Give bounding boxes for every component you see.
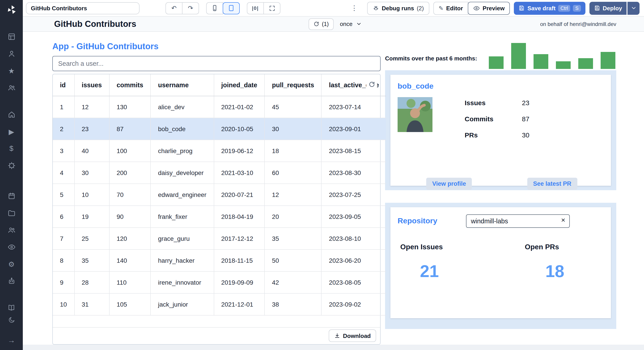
column-header-issues[interactable]: issues [74, 74, 109, 96]
preview-button[interactable]: Preview [468, 2, 510, 15]
open-issues-stat: Open Issues 21 [398, 243, 501, 280]
refresh-button[interactable]: (1) [308, 18, 334, 30]
table-cell: 10 [53, 293, 74, 315]
table-row[interactable]: 112130alice_dev2021-01-02452023-07-14 [53, 96, 386, 118]
table-cell: 2020-10-05 [214, 118, 264, 140]
column-header-pull_requests[interactable]: pull_requests [264, 74, 322, 96]
editor-button[interactable]: ✎ Editor [433, 2, 468, 15]
open-prs-value: 18 [546, 263, 564, 280]
table-cell: 3 [53, 140, 74, 162]
refresh-icon [368, 81, 375, 88]
bug-icon [372, 5, 379, 12]
redo-button[interactable]: ↷ [182, 2, 199, 14]
table-row[interactable]: 835140harry_hacker2018-11-15502023-06-20 [53, 249, 386, 271]
play-icon[interactable]: ▶ [4, 123, 19, 140]
commit-bar [534, 54, 548, 69]
wheel-icon[interactable] [4, 157, 19, 174]
user-icon[interactable] [4, 45, 19, 62]
dollar-icon[interactable]: $ [4, 140, 19, 157]
see-latest-pr-button[interactable]: See latest PR [527, 178, 577, 190]
column-header-joined_date[interactable]: joined_date [214, 74, 264, 96]
table-row[interactable]: 430200daisy_developer2021-03-10602023-08… [53, 162, 386, 183]
table-cell: 2 [53, 118, 74, 140]
save-draft-button[interactable]: Save draft CtrlS [514, 2, 586, 15]
table-cell: 30 [264, 118, 322, 140]
docs-icon[interactable] [4, 302, 19, 314]
clear-icon[interactable]: × [561, 216, 565, 224]
app-title: App - GitHub Contributors [52, 42, 380, 52]
robot-icon[interactable] [4, 273, 19, 289]
user-card-body: Issues 23 Commits 87 PRs 30 [398, 97, 604, 147]
chevron-down-icon [630, 5, 636, 11]
table-cell: jack_junior [151, 293, 214, 315]
calendar-icon[interactable] [4, 188, 19, 205]
repository-input[interactable] [466, 214, 570, 228]
table-cell: 110 [109, 271, 150, 293]
team-icon[interactable] [4, 222, 19, 239]
table-row[interactable]: 928110irene_innovator2019-09-09422023-08… [53, 271, 386, 293]
app-name-input[interactable] [26, 2, 140, 14]
table-cell: alice_dev [151, 96, 214, 118]
table-row[interactable]: 340100charlie_prog2019-06-12182023-08-15 [53, 140, 386, 162]
table-row[interactable]: 1031105jack_junior2021-12-01382023-09-02 [53, 293, 386, 315]
table-cell: daisy_developer [151, 162, 214, 183]
avatar-photo [398, 97, 432, 132]
collapse-arrow-icon[interactable]: → [4, 334, 19, 347]
table-cell: 45 [264, 96, 322, 118]
table-row[interactable]: 725120grace_guru2017-12-12352023-08-10 [53, 227, 386, 249]
table-cell: 2021-03-10 [214, 162, 264, 183]
table-row[interactable]: 22387bob_code2020-10-05302023-09-01 [53, 118, 386, 140]
topbar: ↶ ↷ |0| ⋮ Debug runs (2) [23, 0, 644, 17]
kebab-menu[interactable]: ⋮ [346, 4, 363, 12]
stat-value: 23 [522, 99, 529, 107]
deploy-button[interactable]: Deploy [589, 2, 626, 15]
repository-title: Repository [398, 217, 438, 226]
column-header-id[interactable]: id [53, 74, 74, 96]
users-icon[interactable] [4, 79, 19, 96]
table-cell: 2023-09-05 [322, 205, 386, 227]
column-header-username[interactable]: username [151, 74, 214, 96]
schedule-select[interactable]: once [340, 21, 362, 27]
grid-icon[interactable] [4, 28, 19, 45]
search-input[interactable] [52, 56, 380, 71]
eye-icon [473, 5, 480, 12]
table-cell: 50 [264, 249, 322, 271]
commit-bar [511, 43, 526, 69]
table-cell: 12 [264, 183, 322, 205]
on-behalf-text: on behalf of henri@windmill.dev [362, 21, 616, 27]
table-cell: 7 [53, 227, 74, 249]
column-header-commits[interactable]: commits [109, 74, 150, 96]
undo-button[interactable]: ↶ [166, 2, 182, 14]
moon-icon[interactable] [4, 314, 19, 326]
debug-runs-button[interactable]: Debug runs (2) [367, 2, 429, 15]
table-cell: 87 [109, 118, 150, 140]
table-cell: 42 [264, 271, 322, 293]
windmill-logo[interactable] [5, 3, 18, 17]
open-prs-label: Open PRs [525, 243, 604, 251]
fullscreen-button[interactable] [264, 2, 280, 14]
table-row[interactable]: 61990frank_fixer2018-04-19202023-09-05 [53, 205, 386, 227]
commit-bar [600, 52, 616, 69]
table-cell: 5 [53, 183, 74, 205]
stat-commits: Commits 87 [465, 115, 529, 123]
mobile-view-button[interactable] [206, 2, 223, 14]
view-profile-button[interactable]: View profile [426, 178, 472, 190]
gear-icon[interactable]: ⚙ [4, 256, 19, 273]
download-button[interactable]: Download [329, 329, 376, 342]
page-title: GitHub Contributors [54, 19, 308, 29]
table-cell: 30 [74, 162, 109, 183]
table-row[interactable]: 51070edward_engineer2020-07-21122023-07-… [53, 183, 386, 205]
star-icon[interactable]: ★ [4, 62, 19, 79]
desktop-view-button[interactable] [223, 2, 240, 14]
deploy-dropdown-button[interactable] [628, 2, 640, 15]
eye-icon[interactable] [4, 239, 19, 256]
folder-icon[interactable] [4, 205, 19, 222]
table-cell: 2023-08-15 [322, 140, 386, 162]
schedule-value: once [340, 21, 352, 27]
table-empty-row [53, 315, 380, 327]
stat-label: Commits [465, 115, 522, 123]
table-refresh-button[interactable] [366, 79, 377, 90]
table-cell: 38 [264, 293, 322, 315]
hide-panels-button[interactable]: |0| [247, 2, 264, 14]
home-icon[interactable] [4, 106, 19, 123]
